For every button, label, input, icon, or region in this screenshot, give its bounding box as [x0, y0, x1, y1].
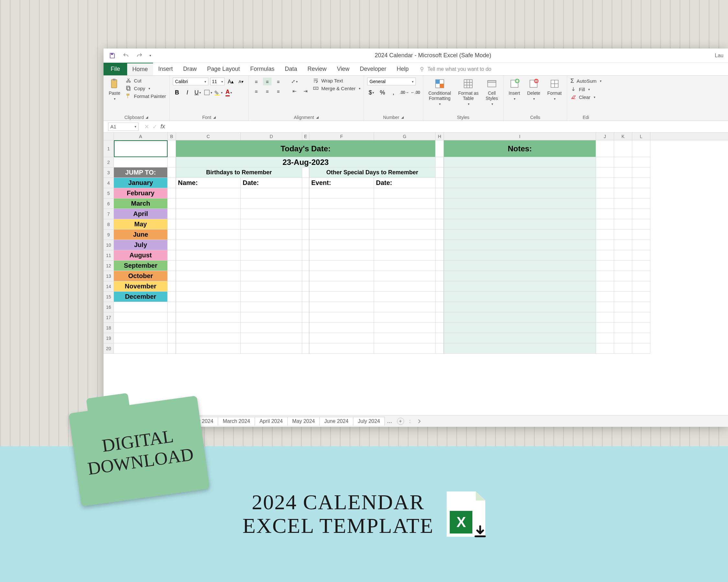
cell[interactable] [309, 281, 374, 292]
cell[interactable] [374, 250, 436, 260]
cell[interactable] [302, 167, 309, 178]
fx-icon[interactable]: fx [160, 123, 165, 130]
cell[interactable] [374, 323, 436, 333]
cell[interactable] [309, 343, 374, 354]
special-days-header[interactable]: Other Special Days to Remember [309, 167, 436, 178]
format-painter-button[interactable]: Format Painter [126, 93, 166, 99]
cell[interactable] [596, 219, 614, 229]
cell[interactable] [309, 312, 374, 323]
cell[interactable] [374, 302, 436, 312]
row-header[interactable]: 9 [104, 229, 113, 240]
cell[interactable] [176, 219, 241, 229]
cell[interactable] [596, 188, 614, 198]
month-link[interactable]: May [114, 219, 167, 229]
notes-cell[interactable] [444, 312, 596, 323]
notes-cell[interactable] [444, 333, 596, 343]
currency-icon[interactable]: $▾ [367, 89, 375, 96]
cell[interactable] [436, 157, 444, 167]
cell[interactable] [614, 240, 632, 250]
align-top-icon[interactable]: ≡ [252, 78, 260, 85]
month-link[interactable]: September [114, 260, 167, 271]
copy-button[interactable]: Copy▾ [126, 85, 166, 91]
row-header[interactable]: 10 [104, 240, 113, 250]
cell[interactable] [632, 333, 650, 343]
alignment-launcher-icon[interactable]: ◢ [316, 115, 319, 119]
col-header[interactable]: C [176, 133, 241, 140]
cell[interactable] [167, 167, 176, 178]
cell[interactable] [309, 323, 374, 333]
tab-view[interactable]: View [332, 63, 355, 75]
row-header[interactable]: 4 [104, 178, 113, 188]
cell[interactable] [309, 260, 374, 271]
notes-cell[interactable] [444, 302, 596, 312]
cell[interactable] [176, 209, 241, 219]
increase-indent-icon[interactable]: ⇥ [301, 87, 310, 95]
cell[interactable] [614, 302, 632, 312]
cell[interactable] [302, 209, 309, 219]
notes-cell[interactable] [444, 260, 596, 271]
row-header[interactable]: 8 [104, 219, 113, 229]
cell[interactable] [632, 323, 650, 333]
cell[interactable] [436, 229, 444, 240]
month-link[interactable]: December [114, 292, 167, 302]
cell[interactable] [302, 188, 309, 198]
name-label[interactable]: Name: [176, 178, 241, 188]
jump-to-header[interactable]: JUMP TO: [114, 167, 167, 178]
cell[interactable] [114, 333, 167, 343]
row-header[interactable]: 16 [104, 302, 113, 312]
cell[interactable] [374, 188, 436, 198]
cell[interactable] [614, 312, 632, 323]
cell[interactable] [241, 209, 302, 219]
cell[interactable] [596, 157, 614, 167]
cell[interactable] [374, 281, 436, 292]
cell[interactable] [241, 260, 302, 271]
cell[interactable] [176, 271, 241, 281]
cell[interactable] [374, 343, 436, 354]
cell[interactable] [436, 302, 444, 312]
cell[interactable] [632, 250, 650, 260]
cell[interactable] [302, 271, 309, 281]
cell[interactable] [436, 209, 444, 219]
cell[interactable] [167, 343, 176, 354]
notes-cell[interactable] [444, 292, 596, 302]
cell[interactable] [614, 281, 632, 292]
month-link[interactable]: February [114, 188, 167, 198]
notes-cell[interactable] [444, 271, 596, 281]
cell[interactable] [374, 271, 436, 281]
cell[interactable] [596, 260, 614, 271]
cell[interactable] [632, 219, 650, 229]
tab-home[interactable]: Home [127, 63, 153, 75]
cell[interactable] [176, 312, 241, 323]
cell[interactable] [374, 219, 436, 229]
cell[interactable] [302, 178, 309, 188]
cell[interactable] [167, 229, 176, 240]
cell[interactable] [632, 167, 650, 178]
row-header[interactable]: 12 [104, 260, 113, 271]
row-header[interactable]: 1 [104, 140, 113, 157]
row-header[interactable]: 20 [104, 343, 113, 354]
cell[interactable] [596, 167, 614, 178]
cell[interactable] [302, 198, 309, 209]
cell[interactable] [436, 343, 444, 354]
font-launcher-icon[interactable]: ◢ [213, 115, 216, 119]
number-format-select[interactable]: General▾ [367, 78, 416, 85]
cell[interactable] [167, 219, 176, 229]
col-header[interactable]: K [614, 133, 632, 140]
cell[interactable] [614, 229, 632, 240]
cell-a1[interactable] [114, 140, 167, 157]
cell[interactable] [167, 250, 176, 260]
cell[interactable] [614, 198, 632, 209]
cell[interactable] [302, 219, 309, 229]
tell-me-search[interactable]: Tell me what you want to do [414, 63, 496, 75]
cell[interactable] [176, 229, 241, 240]
align-left-icon[interactable]: ≡ [252, 87, 260, 95]
paste-button[interactable]: Paste ▾ [107, 78, 122, 101]
birthdays-header[interactable]: Birthdays to Remember [176, 167, 302, 178]
col-header[interactable]: H [436, 133, 444, 140]
date-label[interactable]: Date: [241, 178, 302, 188]
col-header[interactable]: J [596, 133, 614, 140]
cell[interactable] [167, 271, 176, 281]
merge-center-button[interactable]: Merge & Center▾ [313, 85, 360, 91]
worksheet-grid[interactable]: A B C D E F G H I J K L 1234567891011121… [104, 133, 728, 415]
cell[interactable] [114, 157, 167, 167]
